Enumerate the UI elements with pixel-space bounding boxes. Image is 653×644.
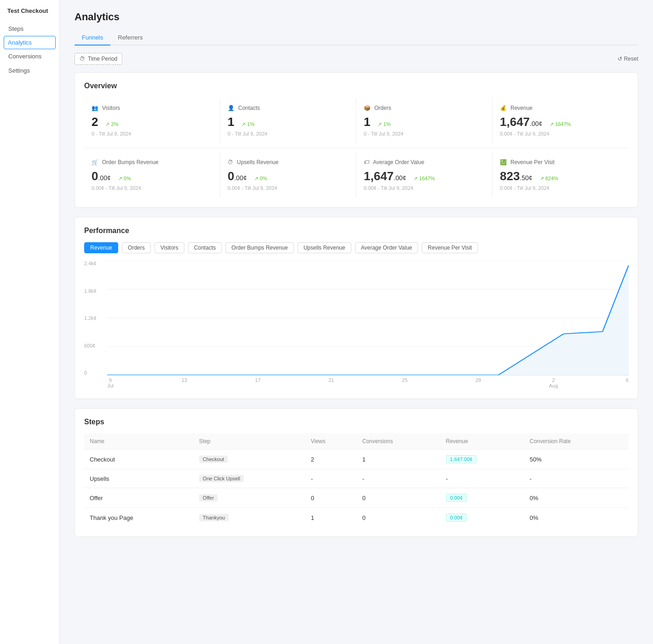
perf-btn-aov[interactable]: Average Order Value	[355, 242, 418, 253]
orders-icon: 📦	[364, 105, 371, 111]
x-label-2: 2Aug	[549, 377, 558, 388]
table-row: Upsells One Click Upsell - - - -	[84, 469, 629, 488]
sidebar-item-conversions[interactable]: Conversions	[0, 49, 59, 63]
metric-contacts-label: Contacts	[238, 105, 260, 111]
metric-aov-value: 1,647	[364, 169, 394, 183]
metric-upsells-date: 0.00¢ - Till Jul 9, 2024	[228, 185, 349, 191]
col-conversions: Conversions	[357, 433, 441, 450]
sidebar-item-steps[interactable]: Steps	[0, 22, 59, 36]
metric-orders-label: Orders	[374, 105, 391, 111]
metric-order-bumps-trend: ↗ 0%	[118, 176, 131, 182]
row-upsells-name: Upsells	[84, 469, 194, 488]
sidebar: Test Checkout Steps Analytics Conversion…	[0, 0, 60, 644]
col-step: Step	[194, 433, 305, 450]
x-label-6: 6	[626, 377, 629, 383]
overview-section: Overview 👥 Visitors 2 ↗ 2% 0 - Till Jul …	[74, 72, 638, 208]
performance-title: Performance	[84, 227, 629, 235]
row-offer-views: 0	[305, 488, 357, 508]
row-checkout-rate: 50%	[524, 450, 629, 469]
time-period-button[interactable]: ⏱ Time Period	[74, 53, 122, 65]
metric-visitors-value: 2	[92, 115, 98, 129]
metric-aov: 🏷 Average Order Value 1,647 .00¢ ↗ 1647%…	[356, 152, 493, 198]
y-label-2400: 2.4k¢	[84, 261, 103, 266]
chart-svg	[107, 261, 629, 375]
metric-rpv-date: 0.00¢ - Till Jul 9, 2024	[500, 185, 621, 191]
metric-aov-label: Average Order Value	[373, 159, 424, 165]
metric-order-bumps-label: Order Bumps Revenue	[102, 159, 159, 165]
metric-revenue: 💰 Revenue 1,647 .00¢ ↗ 1647% 0.00¢ - Til…	[493, 97, 629, 144]
row-thankyou-name: Thank you Page	[84, 508, 194, 528]
metric-orders-trend: ↗ 1%	[378, 121, 390, 127]
row-offer-rate: 0%	[524, 488, 629, 508]
perf-btn-upsells[interactable]: Upsells Revenue	[298, 242, 351, 253]
metric-upsells-trend: ↗ 0%	[254, 176, 267, 182]
perf-btn-rpv[interactable]: Revenue Per Visit	[422, 242, 478, 253]
row-thankyou-rate: 0%	[524, 508, 629, 528]
row-upsells-step: One Click Upsell	[194, 469, 305, 488]
metric-contacts-trend: ↗ 1%	[241, 121, 254, 127]
rpv-icon: 💹	[500, 159, 507, 165]
table-header-row: Name Step Views Conversions Revenue Conv…	[84, 433, 629, 450]
tab-funnels[interactable]: Funnels	[74, 30, 110, 46]
metric-rpv-trend: ↗ 824%	[540, 176, 558, 182]
metric-rpv-sub: .50¢	[520, 174, 532, 182]
metric-order-bumps-sub: .00¢	[98, 174, 110, 182]
metric-visitors: 👥 Visitors 2 ↗ 2% 0 - Till Jul 9, 2024	[84, 97, 220, 144]
row-upsells-rate: -	[524, 469, 629, 488]
metric-visitors-label: Visitors	[102, 105, 120, 111]
row-thankyou-step: Thankyou	[194, 508, 305, 528]
metrics-row-1: 👥 Visitors 2 ↗ 2% 0 - Till Jul 9, 2024 👤…	[84, 97, 629, 144]
row-upsells-revenue: -	[441, 469, 524, 488]
x-label-13: 13	[182, 377, 187, 383]
metric-visitors-trend: ↗ 2%	[105, 121, 118, 127]
x-label-25: 25	[402, 377, 407, 383]
metric-visitors-date: 0 - Till Jul 9, 2024	[92, 131, 212, 137]
svg-marker-5	[107, 265, 629, 375]
x-label-29: 29	[475, 377, 481, 383]
table-row: Offer Offer 0 0 0.00¢ 0%	[84, 488, 629, 508]
metric-aov-sub: .00¢	[394, 174, 406, 182]
metric-revenue-date: 0.00¢ - Till Jul 9, 2024	[500, 131, 621, 137]
row-checkout-conversions: 1	[357, 450, 441, 469]
row-offer-revenue: 0.00¢	[441, 488, 524, 508]
y-label-600: 600¢	[84, 343, 103, 348]
tab-referrers[interactable]: Referrers	[110, 30, 150, 46]
col-name: Name	[84, 433, 194, 450]
metric-aov-trend: ↗ 1647%	[413, 176, 435, 182]
sidebar-item-analytics[interactable]: Analytics	[4, 36, 56, 49]
visitors-icon: 👥	[92, 105, 98, 111]
metric-orders-value: 1	[364, 115, 370, 129]
metric-revenue-sub: .00¢	[530, 120, 542, 127]
metric-upsells: ⏱ Upsells Revenue 0 .00¢ ↗ 0% 0.00¢ - Ti…	[220, 152, 356, 198]
revenue-badge: 0.00¢	[446, 513, 467, 522]
col-revenue: Revenue	[441, 433, 524, 450]
row-offer-name: Offer	[84, 488, 194, 508]
metric-contacts-date: 0 - Till Jul 9, 2024	[228, 131, 349, 137]
table-row: Thank you Page Thankyou 1 0 0.00¢ 0%	[84, 508, 629, 528]
metric-orders: 📦 Orders 1 ↗ 1% 0 - Till Jul 9, 2024	[356, 97, 493, 144]
overview-title: Overview	[84, 82, 629, 90]
metric-rpv: 💹 Revenue Per Visit 823 .50¢ ↗ 824% 0.00…	[493, 152, 629, 198]
revenue-badge: 0.00¢	[446, 494, 467, 502]
performance-section: Performance Revenue Orders Visitors Cont…	[74, 217, 638, 399]
steps-section: Steps Name Step Views Conversions Revenu…	[74, 408, 638, 537]
perf-btn-order-bumps[interactable]: Order Bumps Revenue	[225, 242, 294, 253]
row-upsells-views: -	[305, 469, 357, 488]
revenue-icon: 💰	[500, 105, 507, 111]
aov-icon: 🏷	[364, 159, 369, 165]
chart-area	[107, 261, 629, 376]
row-thankyou-views: 1	[305, 508, 357, 528]
reset-button[interactable]: ↺ Reset	[618, 56, 638, 62]
performance-chart: 2.4k¢ 1.8k¢ 1.2k¢ 600¢ 0	[84, 261, 629, 389]
perf-btn-visitors[interactable]: Visitors	[155, 242, 184, 253]
upsells-icon: ⏱	[228, 159, 233, 165]
col-conversion-rate: Conversion Rate	[524, 433, 629, 450]
x-label-9: 9Jul	[107, 377, 114, 388]
perf-btn-contacts[interactable]: Contacts	[188, 242, 222, 253]
steps-table: Name Step Views Conversions Revenue Conv…	[84, 433, 629, 527]
sidebar-item-settings[interactable]: Settings	[0, 63, 59, 78]
perf-btn-orders[interactable]: Orders	[122, 242, 151, 253]
row-thankyou-conversions: 0	[357, 508, 441, 528]
perf-btn-revenue[interactable]: Revenue	[84, 242, 118, 253]
x-label-17: 17	[255, 377, 260, 383]
